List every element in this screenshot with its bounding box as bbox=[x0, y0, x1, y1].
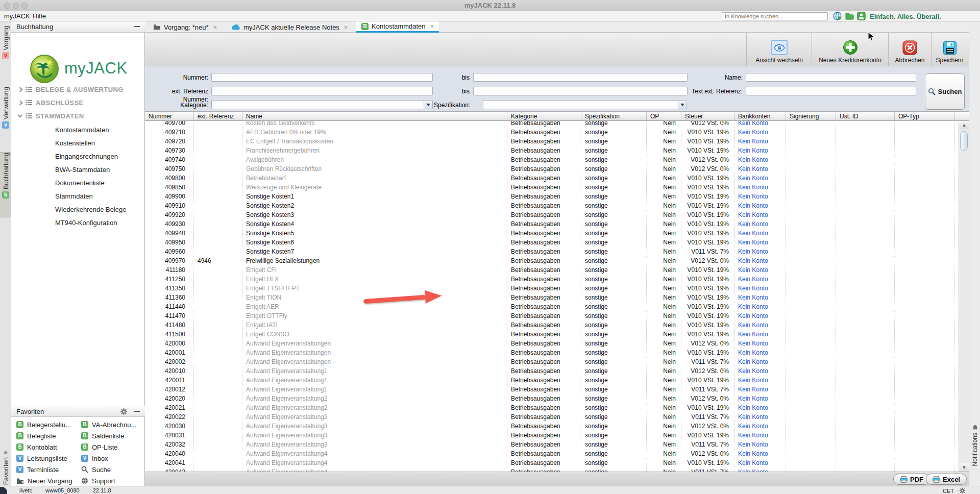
gear-icon[interactable] bbox=[959, 487, 966, 494]
table-row[interactable]: 420000 Aufwand Eigenveranstaltungen Betr… bbox=[145, 339, 959, 348]
bankkonten-link[interactable]: Kein Konto bbox=[738, 450, 768, 457]
panel-minimize-icon[interactable] bbox=[134, 26, 140, 27]
globe-icon[interactable] bbox=[833, 12, 842, 20]
table-row[interactable]: 409730 Franchisenehmergebühren Betriebsa… bbox=[145, 146, 959, 155]
column-header-spezifikation[interactable]: Spezifikation bbox=[581, 112, 647, 120]
tab-kontostammdaten[interactable]: B Kontostammdaten × bbox=[356, 21, 439, 33]
tree-item-stammdaten[interactable]: Stammdaten bbox=[55, 191, 93, 202]
bankkonten-link[interactable]: Kein Konto bbox=[738, 432, 768, 439]
table-row[interactable]: 411250 Entgelt HLX Betriebsausgaben sons… bbox=[145, 275, 959, 284]
favorite-op-liste[interactable]: BOP-Liste bbox=[81, 441, 118, 453]
ext-referenz-von-input[interactable] bbox=[211, 87, 433, 95]
bankkonten-link[interactable]: Kein Konto bbox=[738, 322, 768, 329]
tree-item-bwa-stammdaten[interactable]: BWA-Stammdaten bbox=[55, 164, 110, 176]
abbrechen-button[interactable]: Abbrechen bbox=[888, 33, 931, 66]
table-row[interactable]: 411500 Entgelt CONSO Betriebsausgaben so… bbox=[145, 330, 959, 339]
bankkonten-link[interactable]: Kein Konto bbox=[738, 395, 768, 402]
column-header-nummer[interactable]: Nummer bbox=[145, 112, 194, 120]
table-row[interactable]: 420022 Aufwand Eigenveranstaltung2 Betri… bbox=[145, 412, 959, 422]
favorite-saldenliste[interactable]: BSaldenliste bbox=[81, 430, 125, 441]
bankkonten-link[interactable]: Kein Konto bbox=[738, 441, 768, 448]
table-row[interactable]: 411440 Entgelt AER Betriebsausgaben sons… bbox=[145, 302, 959, 311]
bankkonten-link[interactable]: Kein Konto bbox=[738, 175, 768, 182]
ansicht-wechseln-button[interactable]: Ansicht wechseln bbox=[746, 33, 812, 66]
favorite-terminliste[interactable]: VTerminliste bbox=[16, 464, 59, 475]
suchen-button[interactable]: Suchen bbox=[925, 73, 965, 110]
nummer-bis-input[interactable] bbox=[473, 73, 688, 82]
table-row[interactable]: 409910 Sonstige Kosten2 Betriebsausgaben… bbox=[145, 201, 959, 210]
table-row[interactable]: 420001 Aufwand Eigenveranstaltungen Betr… bbox=[145, 348, 959, 357]
table-row[interactable]: 411360 Entgelt TION Betriebsausgaben son… bbox=[145, 293, 959, 302]
bankkonten-link[interactable]: Kein Konto bbox=[738, 147, 768, 154]
rail-tab-buchhaltung[interactable]: Buchhaltung b bbox=[0, 152, 11, 217]
table-row[interactable]: 420011 Aufwand Eigenveranstaltung1 Betri… bbox=[145, 376, 959, 385]
column-header-kategorie[interactable]: Kategorie bbox=[507, 112, 581, 120]
tree-item-eingangsrechnungen[interactable]: Eingangsrechnungen bbox=[55, 151, 118, 162]
favorite-leistungsliste[interactable]: VLeistungsliste bbox=[16, 453, 67, 464]
bankkonten-link[interactable]: Kein Konto bbox=[738, 377, 768, 384]
bankkonten-link[interactable]: Kein Konto bbox=[738, 230, 768, 237]
bankkonten-link[interactable]: Kein Konto bbox=[738, 276, 768, 283]
table-row[interactable]: 420030 Aufwand Eigenveranstaltung3 Betri… bbox=[145, 422, 959, 431]
table-row[interactable]: 420040 Aufwand Eigenveranstaltung4 Betri… bbox=[145, 449, 959, 458]
menu-myjack[interactable]: myJACK bbox=[4, 12, 30, 20]
rail-tab-favoriten[interactable]: Favoriten ★ bbox=[0, 428, 11, 485]
bankkonten-link[interactable]: Kein Konto bbox=[738, 367, 768, 375]
favorite-neuer-vorgang[interactable]: Neuer Vorgang bbox=[16, 475, 72, 486]
table-row[interactable]: 411350 Entgelt TTSH/TFPT Betriebsausgabe… bbox=[145, 284, 959, 293]
table-row[interactable]: 409940 Sonstige Kosten5 Betriebsausgaben… bbox=[145, 229, 959, 238]
menu-hilfe[interactable]: Hilfe bbox=[33, 12, 46, 20]
name-input[interactable] bbox=[746, 73, 916, 82]
bankkonten-link[interactable]: Kein Konto bbox=[738, 184, 768, 191]
favorite-suche[interactable]: Suche bbox=[81, 464, 111, 475]
table-row[interactable]: 409950 Sonstige Kosten6 Betriebsausgaben… bbox=[145, 238, 959, 247]
close-icon[interactable]: × bbox=[344, 23, 348, 31]
gear-icon[interactable] bbox=[120, 408, 128, 415]
bankkonten-link[interactable]: Kein Konto bbox=[738, 138, 768, 145]
pdf-button[interactable]: PDF bbox=[893, 474, 930, 485]
bankkonten-link[interactable]: Kein Konto bbox=[738, 413, 768, 421]
column-header-ust-id[interactable]: Ust. ID bbox=[836, 112, 895, 120]
favorite-belegerstellung[interactable]: BBelegerstellu... bbox=[16, 419, 71, 430]
tree-item-dokumentenliste[interactable]: Dokumentenliste bbox=[55, 178, 105, 189]
table-row[interactable]: 411480 Entgelt IATI Betriebsausgaben son… bbox=[145, 320, 959, 330]
close-icon[interactable]: × bbox=[213, 23, 217, 31]
table-row[interactable]: 420042 Aufwand Eigenveranstaltung4 Betri… bbox=[145, 467, 959, 472]
bankkonten-link[interactable]: Kein Konto bbox=[738, 257, 768, 264]
table-row[interactable]: 409960 Sonstige Kosten7 Betriebsausgaben… bbox=[145, 247, 959, 256]
table-row[interactable]: 409930 Sonstige Kosten4 Betriebsausgaben… bbox=[145, 219, 959, 229]
table-row[interactable]: 411470 Entgelt OTTFly Betriebsausgaben s… bbox=[145, 311, 959, 320]
bankkonten-link[interactable]: Kein Konto bbox=[738, 386, 768, 393]
close-icon[interactable]: × bbox=[430, 22, 434, 30]
table-row[interactable]: 409970 4946 Freiwillige Sozialleistungen… bbox=[145, 256, 959, 265]
table-row[interactable]: 409800 Betriebsbedarf Betriebsausgaben s… bbox=[145, 174, 959, 183]
text-ext-referenz-input[interactable] bbox=[746, 87, 916, 95]
nummer-von-input[interactable] bbox=[211, 73, 433, 82]
table-row[interactable]: 420002 Aufwand Eigenveranstaltungen Betr… bbox=[145, 357, 959, 366]
table-row[interactable]: 409740 Avalgebühren Betriebsausgaben son… bbox=[145, 155, 959, 164]
bankkonten-link[interactable]: Kein Konto bbox=[738, 404, 768, 411]
tree-section-stammdaten[interactable]: STAMMDATEN bbox=[18, 110, 84, 121]
bankkonten-link[interactable]: Kein Konto bbox=[738, 312, 768, 319]
column-header-name[interactable]: Name bbox=[242, 112, 507, 120]
bankkonten-link[interactable]: Kein Konto bbox=[738, 121, 768, 127]
table-row[interactable]: 409720 EC Entgelt / Transaktionskosten B… bbox=[145, 137, 959, 146]
window-zoom-button[interactable] bbox=[21, 3, 28, 9]
window-close-button[interactable] bbox=[4, 3, 10, 9]
table-row[interactable]: 420020 Aufwand Eigenveranstaltung2 Betri… bbox=[145, 394, 959, 403]
bankkonten-link[interactable]: Kein Konto bbox=[738, 239, 768, 246]
rail-tab-notifications[interactable]: Notifications bbox=[969, 425, 980, 485]
table-row[interactable]: 409700 Kosten des Geldverkehrs Betriebsa… bbox=[145, 121, 959, 128]
table-row[interactable]: 420012 Aufwand Eigenveranstaltung1 Betri… bbox=[145, 385, 959, 394]
tab-vorgang-neu[interactable]: Vorgang: *neu* × bbox=[148, 21, 222, 33]
speichern-button[interactable]: Speichern bbox=[931, 33, 968, 66]
neues-kreditorenkonto-button[interactable]: Neues Kreditorenkonto bbox=[812, 33, 888, 66]
table-row[interactable]: 409920 Sonstige Kosten3 Betriebsausgaben… bbox=[145, 210, 959, 219]
bankkonten-link[interactable]: Kein Konto bbox=[738, 303, 768, 310]
ext-referenz-bis-input[interactable] bbox=[473, 87, 688, 95]
window-minimize-button[interactable] bbox=[13, 3, 19, 9]
bankkonten-link[interactable]: Kein Konto bbox=[738, 358, 768, 365]
table-row[interactable]: 411180 Entgelt CFI Betriebsausgaben sons… bbox=[145, 265, 959, 275]
panel-minimize-icon[interactable] bbox=[134, 411, 140, 412]
bankkonten-link[interactable]: Kein Konto bbox=[738, 285, 768, 292]
